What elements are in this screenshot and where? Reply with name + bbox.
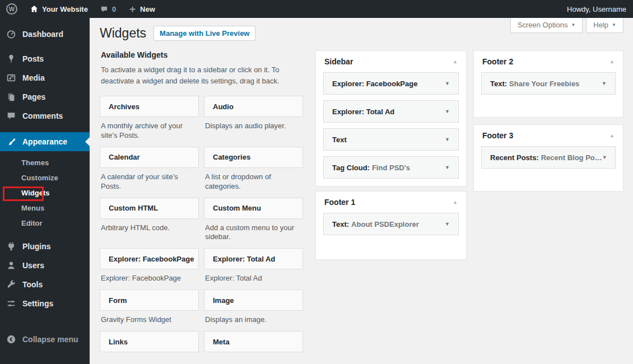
chevron-down-icon[interactable]: ▼: [445, 221, 450, 227]
submenu-item-widgets[interactable]: Widgets: [0, 186, 90, 201]
page-title: Widgets: [100, 26, 146, 41]
menu-item-appearance[interactable]: Appearance: [0, 132, 90, 151]
collapse-arrow-icon: [6, 334, 17, 344]
comments-shortcut[interactable]: 0: [94, 0, 122, 18]
submenu-item-themes[interactable]: Themes: [0, 156, 90, 171]
menu-label: Appearance: [22, 137, 67, 146]
chevron-down-icon[interactable]: ▼: [445, 137, 450, 142]
widget-area-footer-1: Footer 1 ▲ Text:About PSDExplorer ▼: [315, 191, 467, 260]
comment-bubble-icon: [100, 5, 109, 13]
user-icon: [6, 260, 17, 270]
collapse-menu-button[interactable]: Collapse menu: [0, 330, 90, 349]
pages-icon: [6, 92, 17, 102]
panel-header[interactable]: Sidebar ▲: [316, 51, 466, 71]
area-widget-detail: About PSDExplorer: [351, 220, 419, 228]
chevron-up-icon[interactable]: ▲: [609, 59, 615, 64]
widget-description: Gravity Forms Widget: [100, 311, 199, 331]
widget-description: Explorer: FacebookPage: [100, 269, 199, 290]
chevron-up-icon[interactable]: ▲: [453, 199, 458, 205]
wordpress-logo-icon: W: [6, 3, 17, 15]
widget-card-links[interactable]: Links: [100, 331, 199, 352]
area-widget-name: Recent Posts:: [490, 153, 539, 162]
area-widget-text[interactable]: Text ▼: [323, 128, 459, 151]
area-widget-explorer-total-ad[interactable]: Explorer: Total Ad ▼: [323, 100, 459, 123]
panel-header[interactable]: Footer 3 ▲: [474, 125, 623, 145]
widget-card-image[interactable]: Image: [204, 290, 303, 311]
menu-item-plugins[interactable]: Plugins: [0, 237, 90, 256]
menu-item-dashboard[interactable]: Dashboard: [0, 25, 90, 44]
site-link[interactable]: Your Website: [24, 0, 94, 18]
area-widget-name: Explorer: FacebookPage: [332, 80, 417, 88]
widget-card-explorer-facebookpage[interactable]: Explorer: FacebookPage: [100, 248, 199, 269]
pin-icon: [6, 54, 17, 64]
menu-label: Posts: [22, 54, 44, 63]
chevron-down-icon[interactable]: ▼: [445, 165, 450, 170]
area-widget-text-about[interactable]: Text:About PSDExplorer ▼: [323, 213, 459, 235]
widget-description: A list or dropdown of categories.: [204, 168, 303, 198]
collapse-label: Collapse menu: [22, 335, 78, 344]
area-widget-text-share[interactable]: Text:Share Your Freebies ▼: [481, 72, 616, 95]
menu-label: Comments: [22, 111, 63, 120]
new-label: New: [140, 5, 155, 13]
widget-area-sidebar: Sidebar ▲ Explorer: FacebookPage ▼ Explo…: [315, 50, 467, 186]
menu-item-settings[interactable]: Settings: [0, 294, 90, 313]
menu-item-users[interactable]: Users: [0, 256, 90, 275]
manage-live-preview-button[interactable]: Manage with Live Preview: [153, 26, 255, 41]
widget-card-custom-menu[interactable]: Custom Menu: [204, 198, 303, 219]
widget-card-archives[interactable]: Archives: [100, 96, 199, 117]
widget-area-footer-3: Footer 3 ▲ Recent Posts:Recent Blog Po… …: [473, 124, 623, 192]
panel-title: Sidebar: [324, 57, 353, 66]
comments-count: 0: [112, 5, 116, 13]
menu-item-posts[interactable]: Posts: [0, 49, 90, 68]
available-widgets-title: Available Widgets: [101, 50, 305, 59]
panel-body: Explorer: FacebookPage ▼ Explorer: Total…: [316, 71, 466, 192]
widget-card-calendar[interactable]: Calendar: [100, 147, 199, 168]
brush-icon: [6, 137, 17, 147]
widget-card-form[interactable]: Form: [100, 290, 199, 311]
chevron-down-icon[interactable]: ▼: [602, 155, 607, 160]
area-widget-detail: Find PSD's: [372, 164, 410, 172]
screen-options-button[interactable]: Screen Options ▼: [510, 18, 583, 33]
menu-label: Pages: [22, 92, 45, 101]
panel-header[interactable]: Footer 2 ▲: [474, 51, 623, 71]
widget-card-explorer-total-ad[interactable]: Explorer: Total Ad: [204, 248, 303, 269]
widget-description: A calendar of your site’s Posts.: [100, 168, 199, 198]
area-widget-name: Text: [332, 136, 347, 144]
chevron-up-icon[interactable]: ▲: [453, 59, 458, 64]
chevron-down-icon: ▼: [571, 22, 575, 27]
widget-card-meta[interactable]: Meta: [204, 331, 303, 352]
panel-title: Footer 3: [482, 131, 513, 140]
wordpress-menu-button[interactable]: W: [0, 0, 24, 18]
widget-card-categories[interactable]: Categories: [204, 147, 303, 168]
help-label: Help: [593, 21, 608, 29]
area-widget-recent-posts[interactable]: Recent Posts:Recent Blog Po… ▼: [481, 146, 616, 169]
submenu-item-customize[interactable]: Customize: [0, 171, 90, 186]
chevron-up-icon[interactable]: ▲: [609, 133, 615, 138]
menu-item-tools[interactable]: Tools: [0, 275, 90, 294]
help-button[interactable]: Help ▼: [586, 18, 623, 33]
screen-options-label: Screen Options: [518, 21, 568, 29]
widget-area-footer-2: Footer 2 ▲ Text:Share Your Freebies ▼: [473, 50, 623, 118]
chevron-down-icon: ▼: [612, 22, 616, 27]
area-widget-name: Tag Cloud:: [332, 164, 370, 172]
area-widget-name: Text:: [332, 220, 349, 228]
plus-icon: [128, 5, 137, 13]
submenu-item-editor[interactable]: Editor: [0, 216, 90, 231]
area-widget-explorer-facebookpage[interactable]: Explorer: FacebookPage ▼: [323, 72, 459, 95]
chevron-down-icon[interactable]: ▼: [602, 81, 607, 86]
area-widget-tag-cloud[interactable]: Tag Cloud:Find PSD's ▼: [323, 156, 459, 179]
menu-item-comments[interactable]: Comments: [0, 106, 90, 125]
chevron-down-icon[interactable]: ▼: [445, 81, 450, 86]
menu-label: Tools: [22, 280, 43, 289]
menu-item-pages[interactable]: Pages: [0, 87, 90, 106]
menu-item-media[interactable]: Media: [0, 68, 90, 87]
widget-card-custom-html[interactable]: Custom HTML: [100, 198, 199, 219]
comments-icon: [6, 111, 17, 121]
new-content-button[interactable]: New: [122, 0, 161, 18]
chevron-down-icon[interactable]: ▼: [445, 109, 450, 114]
account-menu[interactable]: Howdy, Username: [567, 5, 633, 13]
widget-card-audio[interactable]: Audio: [204, 96, 303, 117]
submenu-item-menus[interactable]: Menus: [0, 201, 90, 216]
panel-body: Text:Share Your Freebies ▼: [474, 71, 623, 108]
panel-header[interactable]: Footer 1 ▲: [316, 192, 466, 212]
